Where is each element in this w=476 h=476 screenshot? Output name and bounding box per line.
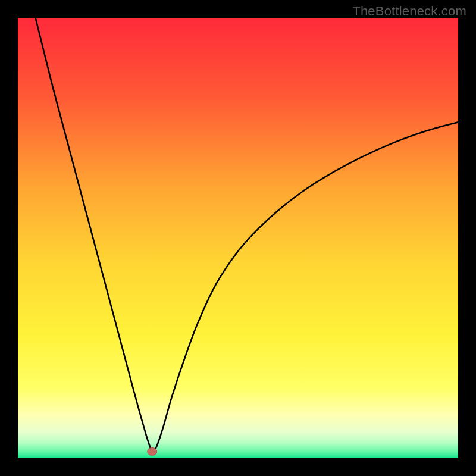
- gradient-background: [18, 18, 458, 458]
- watermark-text: TheBottleneck.com: [352, 4, 466, 19]
- plot-area: [18, 18, 458, 458]
- minimum-marker: [148, 447, 157, 455]
- chart-frame: TheBottleneck.com: [0, 0, 476, 476]
- chart-svg: [18, 18, 458, 458]
